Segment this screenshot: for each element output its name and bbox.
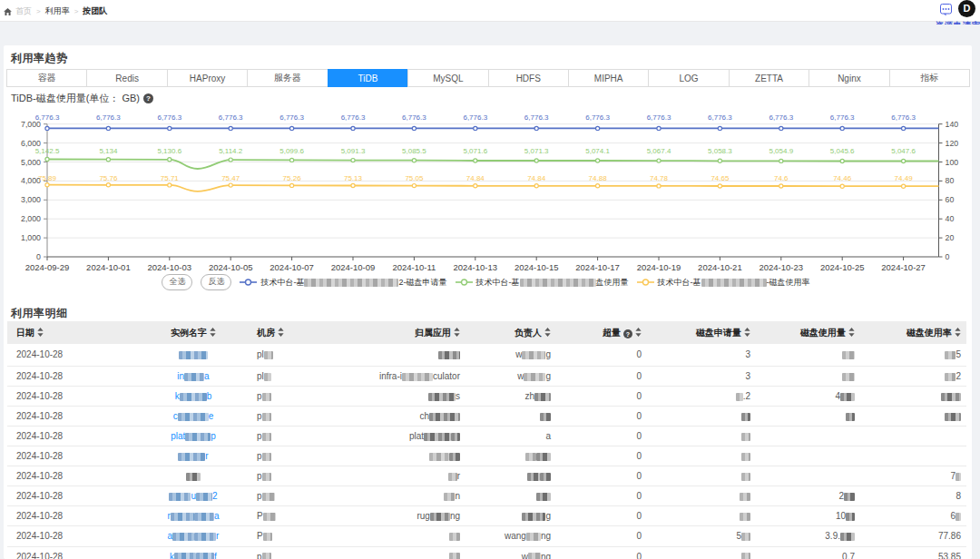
svg-text:140: 140 <box>946 120 959 129</box>
svg-text:120: 120 <box>946 139 959 148</box>
svg-text:2024-10-03: 2024-10-03 <box>147 262 191 272</box>
svg-text:2024-10-23: 2024-10-23 <box>759 262 803 272</box>
svg-text:75.47: 75.47 <box>221 174 240 182</box>
svg-text:2024-10-13: 2024-10-13 <box>453 262 497 272</box>
svg-text:75.89: 75.89 <box>38 174 57 182</box>
svg-text:5,074.1: 5,074.1 <box>585 147 610 155</box>
svg-text:6,776.3: 6,776.3 <box>279 113 304 122</box>
svg-text:100: 100 <box>946 158 959 167</box>
svg-text:74.78: 74.78 <box>650 174 669 182</box>
svg-text:74.88: 74.88 <box>589 174 608 182</box>
svg-text:5,134: 5,134 <box>99 147 118 155</box>
svg-text:75.71: 75.71 <box>161 174 180 182</box>
svg-text:6,776.3: 6,776.3 <box>463 113 487 122</box>
svg-text:5,114.2: 5,114.2 <box>219 147 243 155</box>
svg-text:5,058.3: 5,058.3 <box>708 147 732 155</box>
svg-text:5,045.6: 5,045.6 <box>830 147 855 155</box>
svg-text:74.6: 74.6 <box>774 174 789 182</box>
svg-text:5,130.6: 5,130.6 <box>157 147 181 155</box>
svg-text:74.46: 74.46 <box>833 174 852 182</box>
svg-text:0: 0 <box>36 252 41 261</box>
svg-text:74.49: 74.49 <box>895 174 914 182</box>
svg-text:80: 80 <box>946 176 955 185</box>
svg-text:75.13: 75.13 <box>344 174 363 182</box>
svg-text:20: 20 <box>946 233 955 242</box>
svg-text:2024-10-07: 2024-10-07 <box>270 262 314 272</box>
svg-text:6,776.3: 6,776.3 <box>769 113 793 122</box>
svg-text:1,000: 1,000 <box>21 233 41 242</box>
svg-text:5,091.3: 5,091.3 <box>341 147 366 155</box>
svg-text:6,776.3: 6,776.3 <box>157 113 181 122</box>
svg-text:2024-10-01: 2024-10-01 <box>86 262 131 272</box>
svg-text:75.05: 75.05 <box>405 174 424 182</box>
svg-text:6,776.3: 6,776.3 <box>96 113 121 122</box>
svg-text:2024-10-09: 2024-10-09 <box>331 262 376 272</box>
svg-text:6,776.3: 6,776.3 <box>830 113 855 122</box>
svg-text:5,054.9: 5,054.9 <box>769 147 793 155</box>
svg-text:6,776.3: 6,776.3 <box>341 113 366 122</box>
svg-text:75.76: 75.76 <box>99 174 118 182</box>
svg-text:2024-09-29: 2024-09-29 <box>25 262 70 272</box>
svg-text:0: 0 <box>946 252 950 261</box>
svg-text:5,071.6: 5,071.6 <box>463 147 487 155</box>
svg-text:5,000: 5,000 <box>21 158 41 167</box>
svg-text:74.84: 74.84 <box>466 174 485 182</box>
svg-text:2024-10-27: 2024-10-27 <box>881 262 926 272</box>
svg-text:5,047.6: 5,047.6 <box>891 147 916 155</box>
svg-text:74.84: 74.84 <box>527 174 546 182</box>
svg-text:74.65: 74.65 <box>710 174 730 182</box>
svg-text:3,000: 3,000 <box>21 195 41 204</box>
svg-text:5,142.5: 5,142.5 <box>35 147 60 155</box>
svg-text:40: 40 <box>946 214 955 223</box>
svg-text:6,776.3: 6,776.3 <box>219 113 243 122</box>
svg-text:75.26: 75.26 <box>283 174 302 182</box>
svg-text:2024-10-25: 2024-10-25 <box>820 262 865 272</box>
svg-text:2024-10-11: 2024-10-11 <box>392 262 436 272</box>
svg-text:2024-10-05: 2024-10-05 <box>209 262 253 272</box>
svg-text:6,776.3: 6,776.3 <box>35 113 60 122</box>
svg-text:2024-10-17: 2024-10-17 <box>575 262 620 272</box>
svg-text:6,776.3: 6,776.3 <box>402 113 426 122</box>
svg-text:2024-10-15: 2024-10-15 <box>514 262 559 272</box>
svg-text:6,776.3: 6,776.3 <box>647 113 671 122</box>
svg-text:60: 60 <box>946 195 955 204</box>
svg-text:2024-10-21: 2024-10-21 <box>698 262 742 272</box>
svg-text:5,099.6: 5,099.6 <box>279 147 304 155</box>
svg-text:6,776.3: 6,776.3 <box>708 113 732 122</box>
svg-text:5,071.3: 5,071.3 <box>524 147 549 155</box>
svg-text:2024-10-19: 2024-10-19 <box>637 262 681 272</box>
svg-text:6,776.3: 6,776.3 <box>891 113 916 122</box>
svg-text:5,067.4: 5,067.4 <box>647 147 671 155</box>
svg-text:5,085.5: 5,085.5 <box>402 147 426 155</box>
svg-text:6,776.3: 6,776.3 <box>585 113 610 122</box>
svg-text:2,000: 2,000 <box>21 214 41 223</box>
svg-text:6,776.3: 6,776.3 <box>524 113 549 122</box>
